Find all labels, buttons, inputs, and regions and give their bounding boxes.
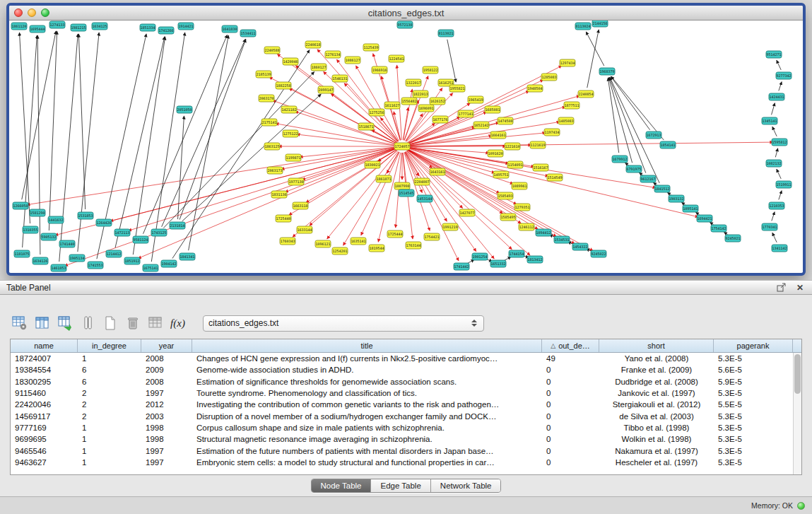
graph-edge[interactable] (608, 78, 618, 153)
graph-node[interactable]: 9581124 (133, 236, 148, 243)
graph-node[interactable]: 5905132 (41, 233, 57, 240)
graph-node[interactable]: 1741440 (59, 240, 75, 247)
graph-node[interactable]: 1427077 (459, 209, 475, 216)
graph-node[interactable]: 1297434 (560, 59, 575, 66)
graph-node[interactable]: 1094412 (536, 229, 551, 236)
graph-node[interactable]: 1279351 (514, 204, 530, 211)
delete-column-icon[interactable] (123, 314, 142, 332)
close-panel-icon[interactable]: ✕ (794, 282, 806, 293)
graph-node[interactable]: 8113021 (438, 30, 454, 37)
graph-node[interactable]: 1518671 (358, 123, 374, 130)
graph-node[interactable]: 1254201 (332, 247, 348, 255)
graph-edge[interactable] (611, 76, 664, 140)
graph-edge[interactable] (408, 142, 773, 146)
graph-node[interactable]: 1420046 (283, 58, 298, 65)
graph-edge[interactable] (408, 147, 656, 187)
graph-node[interactable]: 1841512 (654, 185, 670, 192)
graph-node[interactable]: 1991219 (442, 223, 458, 230)
graph-edge[interactable] (78, 34, 85, 209)
graph-edge[interactable] (394, 112, 401, 141)
graph-node[interactable]: 1121619 (530, 141, 546, 148)
graph-node[interactable]: 1741266 (158, 27, 174, 34)
graph-node[interactable]: 1585495 (500, 214, 516, 221)
graph-node[interactable]: 1966916 (372, 66, 387, 74)
graph-node[interactable]: 1089961 (512, 182, 527, 189)
graph-node[interactable]: 1611627 (384, 102, 400, 109)
graph-node[interactable]: 1754142 (711, 225, 726, 232)
graph-edge[interactable] (408, 149, 500, 193)
graph-node[interactable]: 1007998 (394, 182, 410, 189)
graph-node[interactable]: 1968379 (599, 68, 615, 75)
new-column-icon[interactable] (100, 314, 119, 332)
graph-node[interactable]: 1694421 (697, 215, 712, 222)
graph-node[interactable]: 1246112 (519, 223, 534, 230)
graph-edge[interactable] (310, 151, 397, 226)
graph-edge[interactable] (653, 182, 657, 185)
column-header-in_degree[interactable]: in_degree (78, 339, 141, 352)
graph-node[interactable]: 1822013 (413, 90, 428, 98)
graph-edge[interactable] (327, 151, 399, 239)
memory-status-icon[interactable] (797, 502, 805, 510)
graph-node[interactable]: 1626152 (430, 98, 445, 105)
graph-node[interactable]: 2144156 (592, 21, 608, 27)
graph-node[interactable]: 1641830 (222, 25, 237, 33)
graph-node[interactable]: 1453144 (417, 195, 433, 202)
graph-node[interactable]: 1095141 (683, 205, 698, 212)
graph-node[interactable]: 1485083 (558, 117, 574, 124)
graph-node[interactable]: 2240588 (264, 47, 280, 54)
graph-edge[interactable] (772, 212, 775, 221)
graph-node[interactable]: 1125439 (363, 44, 379, 51)
graph-node[interactable]: 1091620 (488, 150, 503, 157)
graph-edge[interactable] (180, 39, 246, 219)
graph-edge[interactable] (777, 169, 781, 179)
graph-edge[interactable] (27, 147, 396, 204)
table-row[interactable]: 1830029562008Estimation of significance … (11, 376, 801, 387)
graph-node[interactable]: 1534531 (554, 236, 570, 243)
graph-node[interactable]: 1677176 (433, 116, 448, 123)
graph-edge[interactable] (681, 202, 685, 205)
graph-node[interactable]: 1310355 (23, 226, 38, 233)
graph-node[interactable]: 1882258 (276, 82, 291, 89)
table-selector-dropdown[interactable]: citations_edges.txt (203, 315, 484, 332)
graph-edge[interactable] (667, 192, 671, 195)
graph-edge[interactable] (403, 153, 406, 187)
graph-node[interactable]: 1264426 (96, 219, 112, 226)
graph-node[interactable]: 1086127 (345, 57, 360, 64)
graph-node[interactable]: 1854141 (660, 141, 676, 148)
graph-node[interactable]: 2204007 (414, 178, 430, 185)
graph-node[interactable]: 1534411 (240, 30, 256, 37)
graph-node[interactable]: 1743125 (151, 229, 167, 236)
graph-node[interactable]: 1831136 (271, 191, 287, 198)
graph-node[interactable]: 1851334 (140, 24, 155, 31)
graph-node[interactable]: 9245021 (725, 235, 741, 242)
graph-node[interactable]: 2063173 (267, 167, 283, 174)
graph-edge[interactable] (587, 30, 599, 88)
graph-node[interactable]: 1221610 (505, 143, 520, 150)
close-button[interactable] (14, 8, 23, 17)
graph-node[interactable]: 8113024 (575, 23, 591, 30)
table-row[interactable]: 911546021997Tourette syndrome. Phenomeno… (11, 387, 801, 399)
graph-node[interactable]: 1696091 (418, 105, 434, 112)
graph-node[interactable]: 1199871 (286, 154, 301, 161)
graph-edge[interactable] (775, 148, 777, 158)
graph-node[interactable]: 1275122 (283, 130, 298, 137)
graph-node[interactable]: 1863125 (264, 143, 280, 150)
column-header-short[interactable]: short (599, 339, 714, 352)
graph-node[interactable]: 1181075 (14, 250, 30, 257)
graph-node[interactable]: 1634126 (33, 257, 48, 264)
graph-edge[interactable] (406, 151, 476, 251)
graph-node[interactable]: 1224541 (389, 55, 404, 62)
graph-node[interactable]: 1454322 (572, 243, 588, 250)
graph-node[interactable]: 1675141 (143, 264, 158, 271)
column-header-year[interactable]: year (141, 339, 192, 352)
graph-node[interactable]: 1634125 (92, 23, 107, 30)
graph-node[interactable]: 1830021 (365, 161, 380, 168)
graph-edge[interactable] (300, 147, 396, 157)
graph-node[interactable]: 1725444 (387, 230, 403, 238)
graph-edge[interactable] (59, 34, 78, 262)
graph-edge[interactable] (777, 60, 781, 70)
graph-edge[interactable] (302, 148, 396, 180)
graph-node[interactable]: 2063170 (259, 95, 274, 102)
graph-node[interactable]: 2175141 (261, 119, 277, 126)
graph-edge[interactable] (408, 148, 495, 173)
